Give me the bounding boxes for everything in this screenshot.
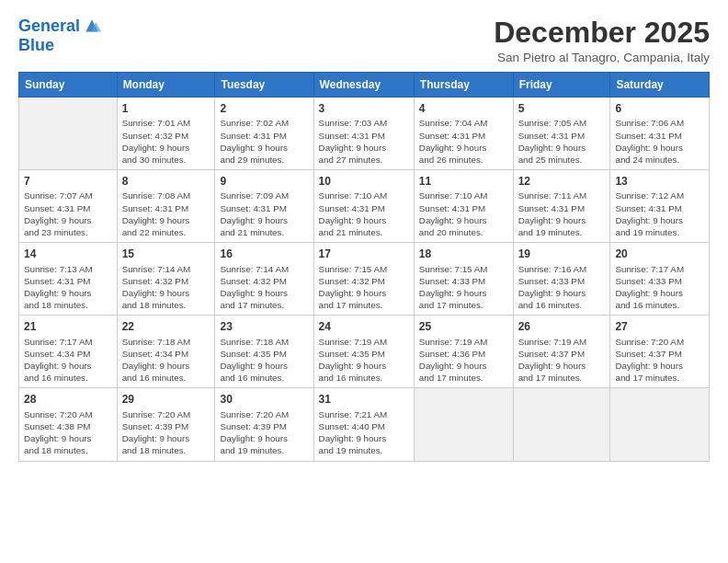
calendar-day-cell: 29Sunrise: 7:20 AMSunset: 4:39 PMDayligh… <box>117 388 215 461</box>
day-info: Sunrise: 7:14 AMSunset: 4:32 PMDaylight:… <box>220 263 308 312</box>
day-info: Sunrise: 7:16 AMSunset: 4:33 PMDaylight:… <box>518 263 606 312</box>
day-number: 9 <box>220 174 308 189</box>
calendar-day-cell: 9Sunrise: 7:09 AMSunset: 4:31 PMDaylight… <box>215 170 313 243</box>
day-of-week-header: Wednesday <box>313 73 414 98</box>
day-info: Sunrise: 7:04 AMSunset: 4:31 PMDaylight:… <box>419 117 508 166</box>
calendar-header-row: SundayMondayTuesdayWednesdayThursdayFrid… <box>19 73 710 98</box>
day-number: 18 <box>419 247 508 261</box>
day-number: 19 <box>518 247 606 261</box>
calendar-day-cell <box>610 388 710 461</box>
day-number: 30 <box>220 392 308 407</box>
day-info: Sunrise: 7:02 AMSunset: 4:31 PMDaylight:… <box>220 117 308 166</box>
day-number: 12 <box>518 174 606 189</box>
calendar-week-row: 1Sunrise: 7:01 AMSunset: 4:32 PMDaylight… <box>19 98 710 170</box>
calendar-day-cell: 18Sunrise: 7:15 AMSunset: 4:33 PMDayligh… <box>414 243 513 316</box>
logo-text: General <box>18 17 80 36</box>
calendar-day-cell: 12Sunrise: 7:11 AMSunset: 4:31 PMDayligh… <box>513 170 610 243</box>
day-number: 5 <box>518 101 606 116</box>
calendar-day-cell: 27Sunrise: 7:20 AMSunset: 4:37 PMDayligh… <box>610 316 710 388</box>
calendar-day-cell: 1Sunrise: 7:01 AMSunset: 4:32 PMDaylight… <box>117 98 215 170</box>
logo: General Blue <box>18 17 102 55</box>
day-number: 21 <box>24 319 112 334</box>
calendar-day-cell: 15Sunrise: 7:14 AMSunset: 4:32 PMDayligh… <box>117 243 215 316</box>
calendar-day-cell: 2Sunrise: 7:02 AMSunset: 4:31 PMDaylight… <box>215 98 313 170</box>
calendar-day-cell: 23Sunrise: 7:18 AMSunset: 4:35 PMDayligh… <box>215 316 313 388</box>
day-number: 26 <box>518 319 606 334</box>
day-number: 16 <box>220 247 308 261</box>
calendar-day-cell: 3Sunrise: 7:03 AMSunset: 4:31 PMDaylight… <box>313 98 414 170</box>
day-number: 22 <box>122 319 210 334</box>
calendar-day-cell: 7Sunrise: 7:07 AMSunset: 4:31 PMDaylight… <box>19 170 118 243</box>
day-info: Sunrise: 7:11 AMSunset: 4:31 PMDaylight:… <box>518 190 606 238</box>
calendar-day-cell: 17Sunrise: 7:15 AMSunset: 4:32 PMDayligh… <box>313 243 414 316</box>
day-of-week-header: Monday <box>117 73 215 98</box>
day-number: 27 <box>615 319 704 334</box>
day-info: Sunrise: 7:17 AMSunset: 4:33 PMDaylight:… <box>615 263 704 312</box>
day-info: Sunrise: 7:19 AMSunset: 4:35 PMDaylight:… <box>319 336 409 385</box>
calendar-day-cell <box>414 388 513 461</box>
calendar-day-cell: 5Sunrise: 7:05 AMSunset: 4:31 PMDaylight… <box>513 98 610 170</box>
day-info: Sunrise: 7:01 AMSunset: 4:32 PMDaylight:… <box>122 117 210 166</box>
day-number: 20 <box>615 247 704 261</box>
day-info: Sunrise: 7:19 AMSunset: 4:36 PMDaylight:… <box>419 336 508 385</box>
subtitle: San Pietro al Tanagro, Campania, Italy <box>494 51 710 64</box>
page: General Blue December 2025 San Pietro al… <box>0 0 728 563</box>
calendar-week-row: 21Sunrise: 7:17 AMSunset: 4:34 PMDayligh… <box>19 316 710 388</box>
day-info: Sunrise: 7:17 AMSunset: 4:34 PMDaylight:… <box>24 336 112 385</box>
day-info: Sunrise: 7:05 AMSunset: 4:31 PMDaylight:… <box>518 117 606 166</box>
calendar: SundayMondayTuesdayWednesdayThursdayFrid… <box>18 72 710 461</box>
calendar-week-row: 7Sunrise: 7:07 AMSunset: 4:31 PMDaylight… <box>19 170 710 243</box>
calendar-day-cell: 25Sunrise: 7:19 AMSunset: 4:36 PMDayligh… <box>414 316 513 388</box>
calendar-day-cell: 6Sunrise: 7:06 AMSunset: 4:31 PMDaylight… <box>610 98 710 170</box>
calendar-day-cell: 13Sunrise: 7:12 AMSunset: 4:31 PMDayligh… <box>610 170 710 243</box>
calendar-day-cell <box>513 388 610 461</box>
header: General Blue December 2025 San Pietro al… <box>18 17 710 64</box>
calendar-day-cell: 19Sunrise: 7:16 AMSunset: 4:33 PMDayligh… <box>513 243 610 316</box>
logo-blue-text: Blue <box>18 37 102 55</box>
day-number: 29 <box>122 392 210 407</box>
calendar-day-cell: 10Sunrise: 7:10 AMSunset: 4:31 PMDayligh… <box>313 170 414 243</box>
calendar-day-cell: 24Sunrise: 7:19 AMSunset: 4:35 PMDayligh… <box>313 316 414 388</box>
title-block: December 2025 San Pietro al Tanagro, Cam… <box>494 17 710 64</box>
day-info: Sunrise: 7:10 AMSunset: 4:31 PMDaylight:… <box>319 190 409 238</box>
calendar-day-cell: 26Sunrise: 7:19 AMSunset: 4:37 PMDayligh… <box>513 316 610 388</box>
calendar-week-row: 14Sunrise: 7:13 AMSunset: 4:31 PMDayligh… <box>19 243 710 316</box>
calendar-day-cell: 28Sunrise: 7:20 AMSunset: 4:38 PMDayligh… <box>19 388 118 461</box>
day-info: Sunrise: 7:21 AMSunset: 4:40 PMDaylight:… <box>319 408 409 457</box>
day-of-week-header: Sunday <box>19 73 118 98</box>
day-info: Sunrise: 7:09 AMSunset: 4:31 PMDaylight:… <box>220 190 308 238</box>
day-info: Sunrise: 7:20 AMSunset: 4:39 PMDaylight:… <box>220 408 308 457</box>
month-title: December 2025 <box>494 17 710 49</box>
day-info: Sunrise: 7:18 AMSunset: 4:34 PMDaylight:… <box>122 336 210 385</box>
calendar-day-cell: 16Sunrise: 7:14 AMSunset: 4:32 PMDayligh… <box>215 243 313 316</box>
day-number: 2 <box>220 101 308 116</box>
calendar-day-cell: 30Sunrise: 7:20 AMSunset: 4:39 PMDayligh… <box>215 388 313 461</box>
day-number: 28 <box>24 392 112 407</box>
calendar-day-cell: 31Sunrise: 7:21 AMSunset: 4:40 PMDayligh… <box>313 388 414 461</box>
day-number: 13 <box>615 174 704 189</box>
day-info: Sunrise: 7:15 AMSunset: 4:32 PMDaylight:… <box>319 263 409 312</box>
calendar-week-row: 28Sunrise: 7:20 AMSunset: 4:38 PMDayligh… <box>19 388 710 461</box>
calendar-day-cell: 8Sunrise: 7:08 AMSunset: 4:31 PMDaylight… <box>117 170 215 243</box>
day-info: Sunrise: 7:19 AMSunset: 4:37 PMDaylight:… <box>518 336 606 385</box>
day-info: Sunrise: 7:13 AMSunset: 4:31 PMDaylight:… <box>24 263 112 312</box>
day-info: Sunrise: 7:14 AMSunset: 4:32 PMDaylight:… <box>122 263 210 312</box>
day-info: Sunrise: 7:18 AMSunset: 4:35 PMDaylight:… <box>220 336 308 385</box>
calendar-day-cell: 4Sunrise: 7:04 AMSunset: 4:31 PMDaylight… <box>414 98 513 170</box>
day-number: 17 <box>319 247 409 261</box>
day-info: Sunrise: 7:03 AMSunset: 4:31 PMDaylight:… <box>319 117 409 166</box>
day-number: 31 <box>319 392 409 407</box>
calendar-day-cell: 22Sunrise: 7:18 AMSunset: 4:34 PMDayligh… <box>117 316 215 388</box>
day-info: Sunrise: 7:20 AMSunset: 4:38 PMDaylight:… <box>24 408 112 457</box>
day-number: 1 <box>122 101 210 116</box>
day-info: Sunrise: 7:08 AMSunset: 4:31 PMDaylight:… <box>122 190 210 238</box>
calendar-day-cell: 11Sunrise: 7:10 AMSunset: 4:31 PMDayligh… <box>414 170 513 243</box>
day-of-week-header: Tuesday <box>215 73 313 98</box>
day-number: 14 <box>24 247 112 261</box>
day-number: 24 <box>319 319 409 334</box>
day-number: 4 <box>419 101 508 116</box>
day-info: Sunrise: 7:20 AMSunset: 4:37 PMDaylight:… <box>615 336 704 385</box>
day-number: 23 <box>220 319 308 334</box>
day-info: Sunrise: 7:10 AMSunset: 4:31 PMDaylight:… <box>419 190 508 238</box>
day-number: 7 <box>24 174 112 189</box>
